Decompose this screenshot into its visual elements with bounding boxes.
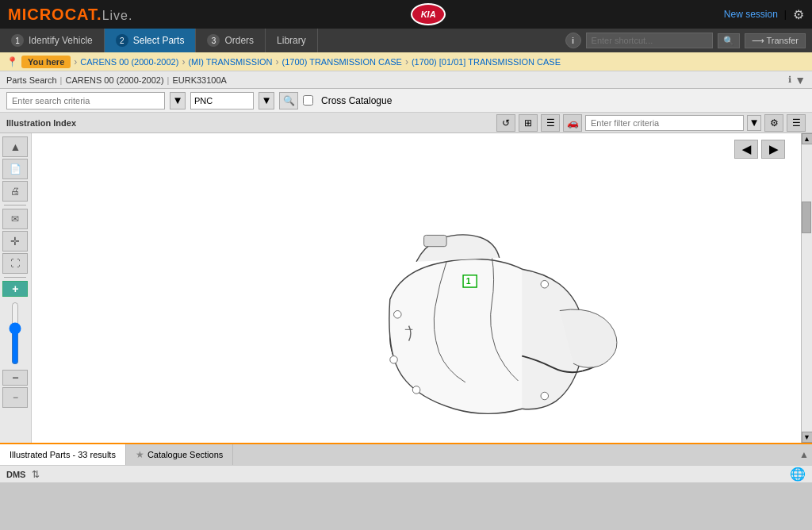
status-bar-right: 🌐: [790, 467, 806, 482]
toolbar-separator-2: [4, 277, 26, 278]
shortcut-input[interactable]: [586, 33, 713, 48]
tab-label-identify: Identify Vehicle: [29, 35, 93, 46]
globe-icon: 🌐: [790, 467, 806, 481]
bottom-tab-right: ▲: [799, 444, 812, 465]
tab-label-library: Library: [277, 35, 306, 46]
scroll-up-button[interactable]: ▲: [2, 136, 28, 157]
bc-transmission-case-detail[interactable]: (1700) [01/01] TRANSMISSION CASE: [412, 57, 561, 67]
bc-transmission-case[interactable]: (1700) TRANSMISSION CASE: [282, 57, 402, 67]
navigation-tabs: 1 Identify Vehicle 2 Select Parts 3 Orde…: [0, 29, 812, 52]
tab-identify-vehicle[interactable]: 1 Identify Vehicle: [0, 29, 105, 52]
cross-catalogue-label: Cross Catalogue: [321, 95, 392, 106]
shortcut-search-button[interactable]: 🔍: [718, 33, 740, 48]
tab-catalogue-sections[interactable]: ★ Catalogue Sections: [126, 444, 233, 465]
illustration-title: Illustration Index: [6, 118, 493, 128]
print-button[interactable]: 🖨: [2, 181, 28, 202]
dms-arrows-button[interactable]: ⇅: [32, 469, 40, 480]
kia-brand-logo: KIA: [411, 3, 446, 25]
tab-num-1: 1: [11, 34, 24, 47]
svg-point-3: [412, 386, 420, 394]
status-bar: DMS ⇅ 🌐: [0, 465, 812, 482]
svg-point-4: [541, 280, 549, 288]
parts-filter-icon[interactable]: ▼: [795, 74, 806, 86]
right-scrollbar: ▲ ▼: [801, 133, 812, 443]
bc-vehicle[interactable]: CARENS 00 (2000-2002): [80, 57, 178, 67]
illustration-toolbar: Illustration Index ↺ ⊞ ☰ 🚗 ▼ ⚙ ☰: [0, 113, 812, 133]
bottom-tabs: Illustrated Parts - 33 results ★ Catalog…: [0, 443, 812, 465]
zoom-min-button[interactable]: −: [2, 387, 28, 408]
nav-right-controls: i 🔍 ⟶ Transfer: [565, 29, 812, 52]
bc-transmission[interactable]: (MI) TRANSMISSION: [188, 57, 272, 67]
filter-dropdown-button[interactable]: ▼: [747, 115, 761, 131]
search-execute-button[interactable]: 🔍: [279, 92, 298, 109]
main-content-area: ▲ 📄 🖨 ✉ ✛ ⛶ + − − ◀ ▶: [0, 133, 812, 443]
separator-2: |: [167, 75, 170, 85]
email-button[interactable]: ✉: [2, 209, 28, 229]
scroll-down-arrow[interactable]: ▼: [802, 432, 813, 443]
part-number-1: 1: [466, 277, 471, 286]
settings-button[interactable]: ⚙: [793, 7, 804, 22]
app-header: MICROCAT.Live. KIA New session | ⚙: [0, 0, 812, 29]
breadcrumb: 📍 You here › CARENS 00 (2000-2002) › (MI…: [0, 52, 812, 71]
new-session-link[interactable]: New session: [724, 9, 778, 20]
more-options-button[interactable]: ☰: [787, 114, 806, 132]
header-separator: |: [784, 9, 787, 20]
vehicle-label: CARENS 00 (2000-2002): [65, 75, 163, 85]
location-pin-icon: 📍: [6, 56, 18, 67]
tab-label-orders: Orders: [224, 35, 254, 46]
move-button[interactable]: ✛: [2, 231, 28, 252]
filter-input[interactable]: [585, 115, 744, 131]
tab-label-select: Select Parts: [133, 35, 185, 46]
eurk-code: EURK33100A: [172, 75, 227, 85]
transmission-assembly: [389, 235, 617, 413]
prev-diagram-button[interactable]: ◀: [734, 140, 758, 159]
tab-orders[interactable]: 3 Orders: [196, 29, 266, 52]
next-diagram-button[interactable]: ▶: [761, 140, 785, 159]
tab-select-parts[interactable]: 2 Select Parts: [105, 29, 197, 52]
pnc-input[interactable]: [190, 92, 254, 109]
you-here-badge: You here: [21, 56, 71, 68]
nav-arrows: ◀ ▶: [734, 140, 785, 159]
car-view-button[interactable]: 🚗: [563, 114, 582, 132]
logo-microcat: MICROCAT.: [8, 6, 102, 23]
filter-options-button[interactable]: ⚙: [764, 114, 783, 132]
bc-arrow-3: ›: [276, 56, 279, 67]
fullscreen-button[interactable]: ⛶: [2, 253, 28, 274]
parts-info-icon[interactable]: ℹ: [788, 75, 791, 85]
search-criteria-input[interactable]: [6, 92, 165, 109]
tab-library[interactable]: Library: [266, 29, 318, 52]
parts-search-label: Parts Search: [6, 75, 57, 85]
expand-button[interactable]: ▲: [799, 449, 809, 460]
parts-search-bar: Parts Search | CARENS 00 (2000-2002) | E…: [0, 71, 812, 89]
catalogue-sections-label: Catalogue Sections: [147, 450, 223, 459]
transfer-button[interactable]: ⟶ Transfer: [745, 33, 806, 48]
dms-label: DMS: [6, 470, 25, 479]
cross-catalogue-checkbox[interactable]: [303, 95, 313, 106]
header-right: New session | ⚙: [724, 7, 804, 22]
bc-arrow-2: ›: [182, 56, 185, 67]
scroll-thumb-vertical[interactable]: [802, 202, 811, 233]
scroll-track-area: [802, 144, 812, 432]
bc-arrow-1: ›: [74, 56, 77, 67]
tab-illustrated-parts[interactable]: Illustrated Parts - 33 results: [0, 444, 126, 465]
zoom-in-button[interactable]: +: [2, 281, 28, 297]
toolbar-separator-1: [4, 205, 26, 205]
svg-point-2: [390, 356, 398, 364]
search-criteria-dropdown[interactable]: ▼: [170, 92, 186, 109]
star-icon: ★: [136, 449, 144, 460]
separator-1: |: [60, 75, 63, 85]
list-view-button[interactable]: ☰: [541, 114, 560, 132]
tab-num-3: 3: [207, 34, 220, 47]
search-row: ▼ ▼ 🔍 Cross Catalogue: [0, 89, 812, 113]
refresh-button[interactable]: ↺: [496, 114, 515, 132]
info-button[interactable]: i: [565, 33, 581, 48]
grid-view-button[interactable]: ⊞: [519, 114, 538, 132]
zoom-slider[interactable]: [7, 301, 23, 365]
parts-diagram: 1 24 12 11 10 (-010413) 14 17 27: [32, 133, 801, 443]
scroll-up-arrow[interactable]: ▲: [802, 133, 813, 144]
app-logo: MICROCAT.Live.: [8, 6, 132, 24]
page-button[interactable]: 📄: [2, 159, 28, 179]
zoom-out-button[interactable]: −: [2, 370, 28, 386]
svg-point-1: [393, 311, 401, 319]
pnc-dropdown-button[interactable]: ▼: [259, 92, 274, 109]
